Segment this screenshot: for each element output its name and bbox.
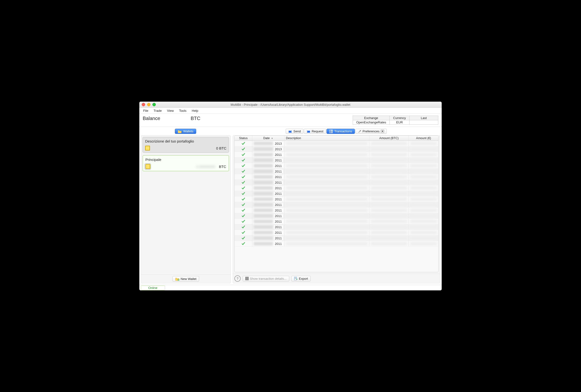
row-date: 2011 (252, 180, 284, 185)
table-row[interactable]: 2011 (235, 241, 438, 246)
row-description (284, 224, 369, 230)
row-description (284, 158, 369, 162)
tab-preferences[interactable]: Preferences ✕ (355, 129, 387, 134)
checkmark-icon (241, 230, 245, 234)
table-row[interactable]: 2011 (235, 163, 438, 169)
row-amount-eur (409, 191, 438, 196)
wallet-card[interactable]: Descrizione del tuo portafoglio 0 BTC (142, 137, 229, 153)
row-description (284, 163, 369, 168)
table-row[interactable]: 2013 (235, 146, 438, 152)
wallets-bottom-bar: New Wallet (141, 274, 230, 283)
main-body: Descrizione del tuo portafoglio 0 BTC Pr… (139, 135, 442, 285)
menu-trade[interactable]: Trade (151, 108, 164, 113)
row-amount-btc (369, 197, 409, 202)
col-amount-eur[interactable]: Amount (€) (409, 136, 438, 140)
row-status (235, 185, 252, 191)
table-body[interactable]: 2013201320112011201120112011201120112011… (235, 141, 438, 272)
show-details-button[interactable]: Show transaction details... (243, 276, 289, 282)
checkmark-icon (241, 175, 245, 178)
checkmark-icon (241, 214, 245, 218)
row-amount-btc (369, 141, 409, 146)
row-date: 2011 (252, 152, 284, 157)
table-row[interactable]: 2013 (235, 141, 438, 146)
table-row[interactable]: 2011 (235, 208, 438, 213)
table-row[interactable]: 2011 (235, 158, 438, 163)
row-amount-eur (409, 186, 438, 190)
row-description (284, 174, 369, 179)
row-date: 2011 (252, 158, 284, 163)
row-amount-eur (409, 197, 438, 202)
row-description (284, 202, 369, 207)
close-icon[interactable]: ✕ (381, 130, 384, 133)
table-row[interactable]: 2011 (235, 230, 438, 236)
row-amount-btc (369, 191, 409, 196)
row-amount-btc (369, 163, 409, 168)
row-status (235, 163, 252, 169)
row-amount-eur (409, 230, 438, 235)
export-button[interactable]: Export (291, 276, 311, 282)
row-amount-eur (409, 214, 438, 218)
row-date: 2011 (252, 214, 284, 218)
checkmark-icon (241, 169, 245, 173)
table-row[interactable]: 2011 (235, 169, 438, 174)
menu-view[interactable]: View (164, 108, 176, 113)
table-row[interactable]: 2011 (235, 224, 438, 230)
table-row[interactable]: 2011 (235, 191, 438, 196)
col-amount-btc[interactable]: Amount (BTC) (369, 136, 409, 140)
wallet-balance: 0.00000000 BTC (196, 164, 226, 169)
row-amount-btc (369, 174, 409, 179)
table-row[interactable]: 2011 (235, 213, 438, 219)
transactions-actions: ? Show transaction details... Export (233, 274, 440, 283)
row-status (235, 224, 252, 230)
checkmark-icon (241, 147, 245, 151)
table-header: Status Date ▼ Description Amount (BTC) A… (235, 136, 438, 141)
menu-tools[interactable]: Tools (177, 108, 189, 113)
exchange-rates: Exchange Currency Last OpenExchangeRates… (353, 116, 438, 124)
row-description (284, 230, 369, 235)
row-amount-btc (369, 180, 409, 185)
tab-request[interactable]: Request (304, 129, 326, 134)
checkmark-icon (241, 236, 245, 240)
table-row[interactable]: 2011 (235, 196, 438, 202)
table-row[interactable]: 2011 (235, 202, 438, 208)
table-row[interactable]: 2011 (235, 185, 438, 191)
rates-col-currency: Currency (390, 116, 410, 120)
export-icon (294, 277, 298, 280)
table-row[interactable]: 2011 (235, 152, 438, 158)
row-amount-eur (409, 241, 438, 246)
row-amount-eur (409, 208, 438, 213)
balance-label: Balance (143, 116, 160, 121)
col-date[interactable]: Date ▼ (252, 136, 284, 140)
wallet-name: Descrizione del tuo portafoglio (145, 139, 226, 143)
help-icon[interactable]: ? (234, 275, 241, 282)
window-zoom-button[interactable] (152, 103, 156, 106)
wallets-panel: Descrizione del tuo portafoglio 0 BTC Pr… (141, 135, 231, 283)
tab-wallets[interactable]: Wallets (175, 129, 196, 134)
tab-send[interactable]: Send (286, 129, 303, 134)
new-wallet-button[interactable]: New Wallet (172, 276, 199, 282)
menu-file[interactable]: File (141, 108, 151, 113)
tab-transactions[interactable]: Transactions (327, 129, 355, 134)
row-date: 2011 (252, 174, 284, 180)
row-status (235, 141, 252, 147)
row-amount-eur (409, 174, 438, 179)
row-amount-btc (369, 158, 409, 162)
table-row[interactable]: 2011 (235, 236, 438, 241)
row-date: 2011 (252, 236, 284, 241)
row-amount-eur (409, 163, 438, 168)
wallet-card[interactable]: Principale 0.00000000 BTC (142, 155, 229, 171)
menu-help[interactable]: Help (189, 108, 201, 113)
tab-wallets-label: Wallets (183, 130, 193, 133)
row-amount-eur (409, 219, 438, 224)
window-close-button[interactable] (142, 103, 145, 106)
row-status (235, 213, 252, 219)
window-minimize-button[interactable] (147, 103, 150, 106)
checkmark-icon (241, 225, 245, 229)
table-row[interactable]: 2011 (235, 219, 438, 224)
table-row[interactable]: 2011 (235, 180, 438, 185)
statusbar: Online (139, 285, 442, 290)
col-description[interactable]: Description (284, 136, 369, 140)
table-row[interactable]: 2011 (235, 174, 438, 180)
wrench-icon (358, 130, 361, 133)
col-status[interactable]: Status (235, 136, 252, 140)
